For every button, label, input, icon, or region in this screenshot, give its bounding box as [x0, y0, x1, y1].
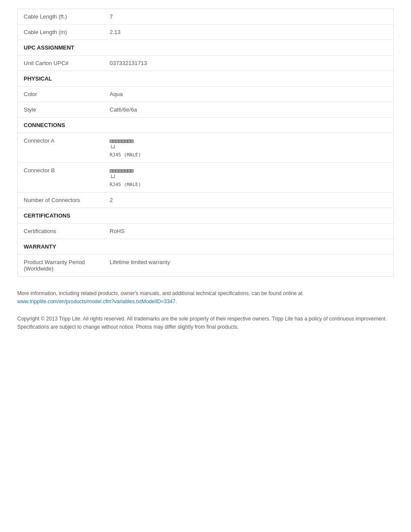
section-header-upc-assignment: UPC ASSIGNMENT — [18, 40, 394, 56]
spec-label: Connector A — [18, 133, 104, 163]
spec-value: Cat6/6e/6a — [104, 102, 394, 118]
spec-label: Unit Carton UPC# — [18, 56, 104, 71]
spec-label: Cable Length (m) — [18, 25, 104, 40]
table-row: PHYSICAL — [18, 71, 394, 87]
spec-value: 2 — [104, 193, 394, 208]
table-row: Unit Carton UPC#037332131713 — [18, 56, 394, 71]
table-row: Connector B▧▧▧▧▧▧▧▧└┘RJ45 (MALE) — [18, 163, 394, 193]
spec-value: 7 — [104, 9, 394, 25]
spec-value: RoHS — [104, 224, 394, 239]
footer-info-text: More information, including related prod… — [17, 290, 302, 296]
footer-link[interactable]: www.tripplite.com/en/products/model.cfm?… — [17, 299, 177, 305]
table-row: Cable Length (m)2.13 — [18, 25, 394, 40]
table-row: CONNECTIONS — [18, 118, 394, 133]
section-header-certifications: CERTIFICATIONS — [18, 208, 394, 224]
section-header-physical: PHYSICAL — [18, 71, 394, 87]
table-row: CertificationsRoHS — [18, 224, 394, 239]
spec-value: Aqua — [104, 87, 394, 102]
spec-label: Cable Length (ft.) — [18, 9, 104, 25]
spec-label: Style — [18, 102, 104, 118]
copyright: Copyright © 2013 Tripp Lite. All rights … — [17, 315, 394, 331]
spec-value: Lifetime limited warranty — [104, 255, 394, 277]
spec-label: Connector B — [18, 163, 104, 193]
table-row: UPC ASSIGNMENT — [18, 40, 394, 56]
section-header-warranty: WARRANTY — [18, 239, 394, 255]
table-row: StyleCat6/6e/6a — [18, 102, 394, 118]
specs-table: Cable Length (ft.)7Cable Length (m)2.13U… — [17, 9, 394, 277]
section-header-connections: CONNECTIONS — [18, 118, 394, 133]
table-row: Cable Length (ft.)7 — [18, 9, 394, 25]
table-row: CERTIFICATIONS — [18, 208, 394, 224]
spec-value: 2.13 — [104, 25, 394, 40]
table-row: ColorAqua — [18, 87, 394, 102]
table-row: Product Warranty Period (Worldwide)Lifet… — [18, 255, 394, 277]
table-row: Connector A▧▧▧▧▧▧▧▧└┘RJ45 (MALE) — [18, 133, 394, 163]
spec-value-connector: ▧▧▧▧▧▧▧▧└┘RJ45 (MALE) — [104, 133, 394, 163]
footer-info: More information, including related prod… — [17, 289, 394, 306]
spec-label: Product Warranty Period (Worldwide) — [18, 255, 104, 277]
spec-label: Certifications — [18, 224, 104, 239]
table-row: WARRANTY — [18, 239, 394, 255]
spec-label: Color — [18, 87, 104, 102]
spec-value-connector: ▧▧▧▧▧▧▧▧└┘RJ45 (MALE) — [104, 163, 394, 193]
spec-label: Number of Connectors — [18, 193, 104, 208]
table-row: Number of Connectors2 — [18, 193, 394, 208]
spec-value: 037332131713 — [104, 56, 394, 71]
